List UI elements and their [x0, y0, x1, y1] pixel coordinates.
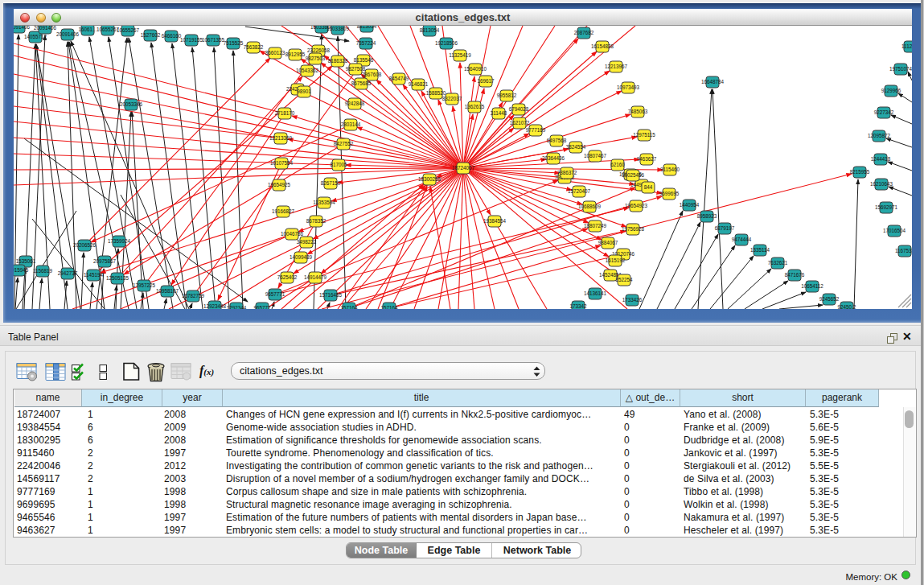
svg-text:11353594: 11353594: [313, 200, 335, 205]
svg-text:10025456: 10025456: [622, 172, 645, 178]
svg-text:9227342: 9227342: [874, 109, 894, 115]
svg-text:1292344: 1292344: [227, 305, 247, 309]
svg-text:20091406: 20091406: [34, 26, 57, 31]
svg-text:252254: 252254: [615, 277, 633, 282]
svg-text:11325419: 11325419: [449, 52, 471, 58]
svg-text:8215955: 8215955: [850, 169, 870, 175]
svg-text:6497568: 6497568: [547, 138, 567, 143]
svg-text:9699695: 9699695: [659, 191, 680, 196]
svg-text:7386372: 7386372: [557, 170, 577, 175]
svg-text:6794028: 6794028: [509, 106, 529, 112]
svg-text:817005: 817005: [330, 162, 347, 167]
svg-text:17957225: 17957225: [133, 282, 156, 288]
svg-text:311448: 311448: [491, 110, 507, 116]
svg-text:9657771: 9657771: [265, 291, 285, 297]
svg-text:16210643: 16210643: [870, 181, 893, 187]
svg-text:14136141: 14136141: [584, 290, 607, 296]
svg-text:12213967: 12213967: [605, 64, 628, 69]
svg-text:16061...: 16061...: [79, 27, 97, 32]
svg-text:14055712: 14055712: [24, 34, 47, 39]
svg-text:1440954: 1440954: [680, 202, 700, 208]
svg-text:7485063: 7485063: [628, 109, 648, 114]
svg-text:92450.2: 92450.2: [838, 304, 856, 309]
svg-text:9115460: 9115460: [660, 167, 680, 172]
svg-text:18807249: 18807249: [584, 223, 607, 229]
svg-text:7563822: 7563822: [244, 44, 264, 50]
svg-text:8813054: 8813054: [420, 27, 440, 33]
svg-text:9242848: 9242848: [345, 101, 365, 106]
svg-text:10973493: 10973493: [617, 84, 640, 90]
svg-text:15716485: 15716485: [319, 292, 343, 298]
svg-text:10671355: 10671355: [202, 37, 225, 43]
svg-text:8471676: 8471676: [785, 272, 805, 278]
svg-text:7357224: 7357224: [356, 40, 376, 46]
svg-text:7625402: 7625402: [277, 274, 298, 280]
svg-text:8660123: 8660123: [265, 50, 285, 56]
svg-text:16782759: 16782759: [182, 293, 205, 299]
svg-text:9146821: 9146821: [409, 81, 429, 87]
svg-text:8678352: 8678352: [306, 218, 326, 224]
svg-text:15640910: 15640910: [464, 66, 487, 72]
svg-text:1588520: 1588520: [426, 90, 446, 96]
svg-text:62160: 62160: [610, 162, 625, 167]
svg-text:19384554: 19384554: [483, 218, 507, 224]
svg-text:8912955: 8912955: [285, 51, 306, 57]
svg-text:8427552: 8427552: [334, 141, 354, 146]
svg-text:20975867: 20975867: [93, 258, 117, 264]
svg-text:16648784: 16648784: [701, 79, 725, 84]
svg-text:8135546: 8135546: [354, 57, 374, 63]
svg-text:8958923: 8958923: [697, 213, 717, 219]
svg-text:9129966: 9129966: [881, 88, 901, 93]
svg-text:1615192: 1615192: [606, 257, 626, 263]
svg-text:1145194: 1145194: [84, 272, 104, 278]
svg-text:10046786: 10046786: [281, 231, 304, 237]
svg-text:17359924: 17359924: [108, 238, 131, 244]
svg-text:9474444: 9474444: [732, 237, 752, 242]
svg-text:8454749: 8454749: [389, 76, 409, 81]
svg-text:2867608: 2867608: [362, 72, 382, 77]
svg-text:10543362: 10543362: [296, 68, 319, 73]
svg-text:10654112: 10654112: [801, 283, 823, 289]
svg-text:1156819: 1156819: [33, 268, 53, 274]
svg-text:9955812: 9955812: [497, 93, 517, 98]
svg-text:98901: 98901: [297, 89, 311, 94]
svg-text:9245652: 9245652: [819, 296, 840, 302]
svg-text:8813054: 8813054: [357, 26, 377, 29]
svg-text:8322037: 8322037: [442, 96, 462, 101]
svg-text:16033809: 16033809: [326, 26, 350, 31]
svg-text:19751074: 19751074: [889, 66, 912, 72]
svg-text:14914479: 14914479: [304, 274, 327, 280]
svg-text:10958107: 10958107: [156, 288, 179, 294]
svg-text:1527602: 1527602: [141, 32, 161, 38]
svg-text:19756928: 19756928: [622, 226, 645, 232]
svg-text:11127...: 11127...: [901, 43, 912, 49]
svg-text:19654923: 19654923: [625, 203, 648, 208]
svg-text:12505135: 12505135: [106, 275, 129, 281]
svg-text:12975115: 12975115: [633, 132, 655, 138]
svg-text:15692971: 15692971: [875, 204, 898, 210]
svg-text:12923448: 12923448: [203, 303, 227, 309]
svg-text:157164: 157164: [340, 305, 358, 309]
svg-text:10107554: 10107554: [270, 160, 294, 166]
svg-text:12213369: 12213369: [269, 135, 293, 141]
svg-text:965777: 965777: [253, 305, 271, 309]
svg-text:1733426: 1733426: [622, 297, 643, 303]
svg-text:20053346: 20053346: [120, 101, 143, 107]
svg-text:7632621: 7632621: [768, 260, 788, 266]
svg-text:9827508: 9827508: [346, 66, 366, 72]
svg-text:19166827: 19166827: [272, 208, 295, 214]
svg-text:1167533: 1167533: [895, 248, 912, 253]
svg-text:6879197: 6879197: [715, 225, 735, 231]
svg-text:20206526: 20206526: [73, 242, 97, 248]
svg-text:6466160: 6466160: [162, 33, 182, 39]
svg-text:16154838: 16154838: [591, 43, 614, 49]
svg-text:19218506: 19218506: [435, 40, 458, 46]
svg-text:9777169: 9777169: [526, 127, 546, 133]
svg-text:157164: 157164: [380, 305, 398, 309]
svg-text:173342: 173342: [569, 303, 587, 309]
svg-text:9884067: 9884067: [598, 240, 618, 245]
svg-text:12095872: 12095872: [868, 133, 891, 138]
svg-text:3498222: 3498222: [297, 239, 317, 245]
svg-text:10688609: 10688609: [578, 204, 602, 209]
svg-text:19654925: 19654925: [268, 182, 291, 187]
